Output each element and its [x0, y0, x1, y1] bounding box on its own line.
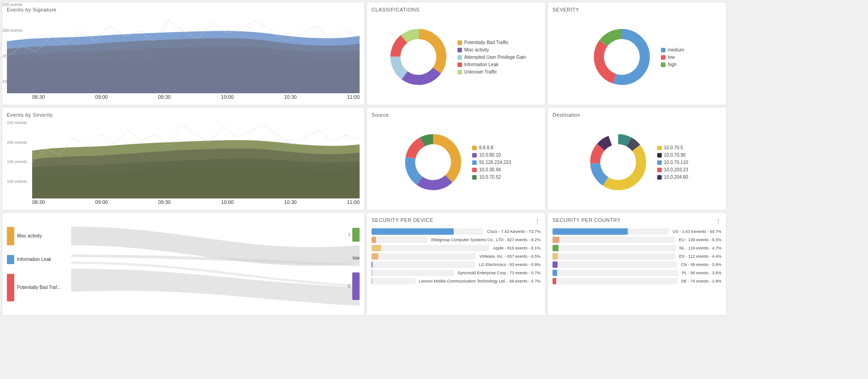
sankey-left-2: Potentially Bad Traf... [7, 274, 71, 301]
source-title: Source [372, 112, 541, 118]
sankey-left-0: Misc activity [7, 227, 71, 245]
severity-donut [590, 25, 654, 90]
legend-label-8888: 8.8.8.8 [479, 145, 493, 150]
destination-legend: 10.0.70.5 10.0.70.90 10.0.70.110 10.0.20… [657, 145, 688, 180]
sev-x-label-1000: 10:00 [221, 199, 234, 205]
country-bar-track [552, 237, 675, 243]
source-panel: Source 8.8.8.8 10.0.8 [366, 107, 546, 210]
device-bar-label: Cisco - 7.43 Kevents - 73.7% [487, 229, 541, 234]
country-bar-label: EU - 139 events - 5.5% [679, 238, 721, 242]
legend-label-dest-0: 10.0.70.5 [664, 145, 683, 150]
legend-label-dest-1: 10.0.70.90 [664, 153, 686, 158]
legend-item-bad-traffic: Potentially Bad Traffic [457, 40, 526, 45]
sankey-right-node-1 [352, 228, 360, 242]
country-bar-track [552, 253, 675, 260]
legend-label-unknown: Unknown Traffic [464, 69, 497, 74]
legend-item-unknown: Unknown Traffic [457, 69, 526, 74]
y-label-250: 250 events [2, 2, 28, 7]
legend-dot-10030 [472, 168, 477, 172]
legend-label-91126: 91.126.224.233 [479, 160, 511, 165]
legend-label-info-leak: Information Leak [464, 62, 499, 67]
country-bar-row: CN - 99 events - 3.9% [552, 261, 721, 268]
legend-item-dest-1: 10.0.70.90 [657, 153, 688, 158]
x-label-1100: 11:00 [347, 94, 360, 100]
legend-item-dest-0: 10.0.70.5 [657, 145, 688, 150]
severity-panel: SEVERITY medium low [547, 2, 727, 105]
legend-dot-medium [661, 48, 665, 52]
device-bar-fill [372, 261, 372, 268]
country-bar-fill [552, 228, 628, 235]
classifications-title: CLASSIFICATIONS [372, 7, 541, 12]
device-bar-label: Elitegroup Computer Systems Co., LTD - 8… [431, 238, 541, 242]
country-bar-track [552, 245, 676, 251]
legend-label-high: high [668, 62, 676, 67]
country-bar-fill [552, 237, 559, 243]
sankey-left-1: Information Leak [7, 255, 71, 264]
legend-dot-dest-1 [657, 153, 662, 158]
device-bar-row: Apple - 816 events - 8.1% [372, 245, 541, 251]
sankey-panel: Misc activity Information Leak Potential… [2, 212, 365, 316]
legend-dot-unknown [457, 70, 462, 74]
sankey-label-bad: Potentially Bad Traf... [17, 285, 61, 290]
device-bar-label: Apple - 816 events - 8.1% [493, 246, 541, 250]
legend-label-dest-3: 10.0.203.23 [664, 167, 688, 172]
security-country-menu-icon[interactable]: ⋮ [715, 218, 721, 225]
device-bar-fill [372, 228, 454, 235]
legend-item-high: high [661, 62, 684, 67]
device-bar-row: Elitegroup Computer Systems Co., LTD - 8… [372, 237, 541, 243]
sankey-label-misc: Misc activity [17, 233, 42, 238]
events-severity-chart [32, 120, 360, 198]
legend-dot-10070 [472, 175, 477, 180]
main-grid: Events by Signature 250 events 200 event… [0, 0, 868, 379]
country-bar-row: NL - 119 events - 4.7% [552, 245, 721, 251]
svg-point-22 [601, 145, 636, 180]
legend-label-dest-2: 10.0.70.110 [664, 160, 688, 165]
device-bar-row: Cisco - 7.43 Kevents - 73.7% [372, 228, 541, 235]
legend-dot-dest-0 [657, 146, 662, 150]
country-bar-row: DE - 74 events - 2.9% [552, 278, 721, 284]
legend-dot-low [661, 55, 665, 60]
legend-dot-privilege [457, 55, 462, 60]
legend-item-dest-3: 10.0.203.23 [657, 167, 688, 172]
legend-item-privilege: Attempted User Privilege Gain [457, 55, 526, 60]
destination-panel: Destination [547, 107, 727, 210]
sev-y-label-100: 100 events [7, 179, 32, 184]
sev-y-label-200: 200 events [7, 140, 32, 145]
device-bar-row: Syncmold Enterprise Corp - 73 events - 0… [372, 270, 541, 276]
sev-x-label-1030: 10:30 [284, 199, 297, 205]
svg-point-9 [604, 40, 639, 74]
x-label-0830: 08:30 [32, 94, 45, 100]
device-bar-track [372, 237, 428, 243]
security-per-device-panel: SECURITY PER DEVICE ⋮ Cisco - 7.43 Keven… [366, 212, 546, 316]
device-bar-fill [372, 270, 372, 276]
events-signature-chart [7, 15, 360, 93]
legend-label-misc: Misc activity [464, 47, 489, 52]
security-device-bars: Cisco - 7.43 Kevents - 73.7% Elitegroup … [372, 228, 541, 286]
sankey-node-bad [7, 274, 14, 301]
device-bar-track [372, 278, 416, 284]
classifications-panel: CLASSIFICATIONS Potentially Bad Traffi [366, 2, 546, 105]
sankey-right-low: 1 [348, 228, 360, 242]
legend-item-info-leak: Information Leak [457, 62, 526, 67]
security-country-bars: US - 1.63 Kevents - 64.7% EU - 139 event… [552, 228, 721, 286]
country-bar-fill [552, 261, 558, 268]
device-bar-row: VMware, Inc. - 657 events - 6.5% [372, 253, 541, 260]
x-label-1000: 10:00 [221, 94, 234, 100]
x-label-0900: 09:00 [95, 94, 108, 100]
country-bar-row: EU - 139 events - 5.5% [552, 237, 721, 243]
device-bar-label: Syncmold Enterprise Corp - 73 events - 0… [457, 271, 541, 275]
legend-dot-high [661, 62, 665, 67]
legend-item-misc: Misc activity [457, 47, 526, 52]
destination-title: Destination [552, 112, 721, 118]
device-bar-track [372, 228, 483, 235]
sankey-chart [71, 217, 360, 311]
sev-x-label-0830: 08:30 [32, 199, 45, 205]
legend-item-10070: 10.0.70.52 [472, 175, 511, 180]
sankey-right-label-low-text: low [353, 255, 360, 260]
security-device-menu-icon[interactable]: ⋮ [534, 218, 541, 225]
events-by-signature-panel: Events by Signature 250 events 200 event… [2, 2, 365, 105]
x-label-1030: 10:30 [284, 94, 297, 100]
country-bar-label: PL - 90 events - 3.6% [682, 271, 721, 275]
sankey-right-node-2 [352, 272, 360, 300]
source-donut [401, 130, 465, 195]
